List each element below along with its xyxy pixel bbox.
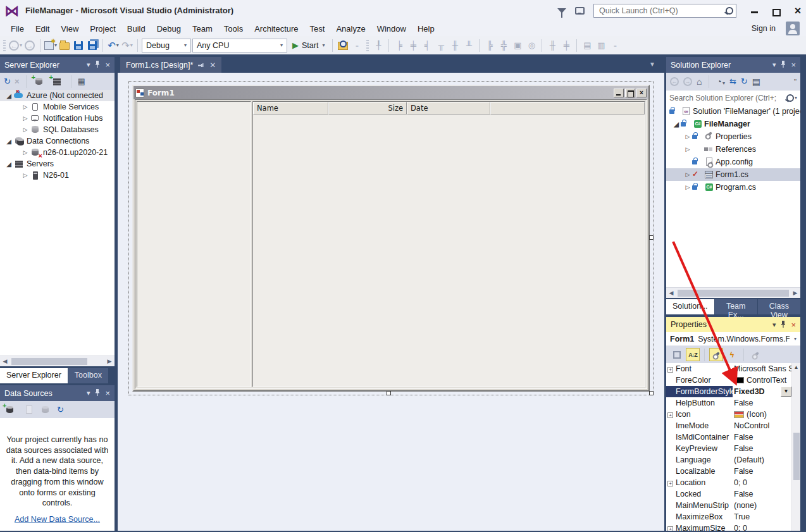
categorized-icon[interactable] (670, 348, 684, 361)
make-same-width-icon[interactable]: ╠ (483, 39, 496, 53)
pending-changes-filter-icon[interactable]: ◔▾ (716, 77, 724, 87)
quick-launch-input[interactable] (599, 6, 724, 15)
tab-class-view[interactable]: Class View (758, 299, 800, 314)
redo-icon[interactable]: ↷▾ (121, 39, 133, 53)
listview-control[interactable]: Name Size Date (252, 101, 645, 387)
menu-tools[interactable]: Tools (218, 22, 249, 35)
property-value[interactable]: NoControl (734, 421, 769, 430)
property-row-mainmenustrip[interactable]: MainMenuStrip (none) (666, 500, 791, 511)
property-row-helpbutton[interactable]: HelpButton False (666, 397, 791, 409)
tree-item-mobile-services[interactable]: ▷ Mobile Services (0, 101, 115, 113)
tab-toolbox[interactable]: Toolbox (68, 368, 108, 383)
menu-analyze[interactable]: Analyze (330, 22, 371, 35)
pin-icon[interactable] (95, 61, 100, 69)
menu-debug[interactable]: Debug (151, 22, 187, 35)
toolbar-grip[interactable] (3, 40, 6, 51)
tree-item-solution[interactable]: ∞ Solution 'FileManager' (1 project) (666, 105, 800, 118)
property-row-ismdicontainer[interactable]: IsMdiContainer False (666, 431, 791, 443)
close-tab-icon[interactable]: ✕ (209, 61, 216, 70)
sign-in-link[interactable]: Sign in (752, 24, 776, 33)
expander-icon[interactable]: + (666, 410, 674, 419)
property-value[interactable]: False (734, 444, 753, 453)
refresh-icon[interactable]: ↻ (741, 77, 748, 86)
toolbar-overflow-icon[interactable]: ₌ (350, 39, 363, 53)
menu-edit[interactable]: Edit (30, 22, 55, 35)
user-avatar[interactable] (786, 22, 800, 35)
window-position-dropdown-icon[interactable]: ▾ (772, 321, 776, 329)
property-value[interactable]: False (734, 399, 753, 407)
menu-project[interactable]: Project (84, 22, 121, 35)
property-row-maximumsize[interactable]: + MaximumSize 0; 0 (666, 523, 791, 531)
solution-search-input[interactable] (669, 94, 785, 102)
form-close-button[interactable]: × (636, 89, 647, 97)
property-row-localizable[interactable]: Localizable False (666, 466, 791, 477)
property-row-keypreview[interactable]: KeyPreview False (666, 443, 791, 454)
pin-icon[interactable] (95, 389, 100, 397)
collapse-icon[interactable]: ◢ (673, 121, 680, 128)
scroll-up-icon[interactable]: ▲ (792, 363, 800, 372)
solution-search-box[interactable]: ▾ (666, 90, 800, 105)
column-header-date[interactable]: Date (407, 102, 490, 114)
quick-launch-box[interactable] (593, 4, 736, 18)
property-value[interactable]: (Default) (734, 455, 764, 464)
listview-body[interactable] (253, 114, 645, 387)
solution-explorer-hscrollbar[interactable]: ◀ ▶ (666, 287, 800, 298)
close-icon[interactable]: × (791, 60, 796, 70)
add-new-data-source-icon[interactable] (5, 405, 15, 414)
tree-item-references[interactable]: ▷ References (666, 143, 800, 156)
solution-explorer-titlebar[interactable]: Solution Explorer ▾ × (666, 57, 800, 73)
redo-dropdown-icon[interactable]: ▾ (130, 42, 133, 48)
property-row-locked[interactable]: Locked False (666, 488, 791, 500)
scroll-right-icon[interactable]: ▶ (104, 358, 115, 364)
stop-refresh-icon[interactable]: × (15, 77, 20, 86)
server-explorer-titlebar[interactable]: Server Explorer ▾ × (0, 57, 115, 73)
navigate-back-icon[interactable]: ← (9, 40, 19, 51)
property-row-imemode[interactable]: ImeMode NoControl (666, 420, 791, 431)
tab-server-explorer[interactable]: Server Explorer (0, 368, 68, 383)
properties-view-icon[interactable] (709, 348, 723, 361)
align-rights-icon[interactable]: ╡ (421, 39, 433, 53)
undo-dropdown-icon[interactable]: ▾ (116, 42, 119, 48)
menu-help[interactable]: Help (412, 22, 440, 35)
expand-icon[interactable]: ▷ (22, 172, 29, 178)
bring-to-front-icon[interactable]: ▤ (581, 39, 593, 53)
layout-toolbar-grip[interactable] (366, 40, 369, 51)
expand-icon[interactable]: ▷ (22, 104, 29, 110)
back-icon[interactable]: ← (670, 77, 679, 86)
property-row-forecolor[interactable]: ForeColor ControlText (666, 374, 791, 386)
expand-icon[interactable]: ▷ (22, 127, 29, 133)
expander-icon[interactable]: + (666, 478, 674, 487)
collapse-icon[interactable]: ◢ (5, 138, 13, 145)
property-value[interactable]: False (734, 433, 753, 442)
events-icon[interactable]: ϟ (725, 348, 739, 361)
resize-handle-bottom[interactable] (387, 391, 391, 395)
make-same-height-icon[interactable]: ╬ (497, 39, 510, 53)
menu-team[interactable]: Team (187, 22, 218, 35)
open-file-icon[interactable] (59, 42, 70, 50)
tree-item-sql-databases[interactable]: ▷ SQL Databases (0, 124, 115, 135)
property-row-formborderstyle[interactable]: FormBorderStyle Fixed3D▼ (666, 386, 791, 397)
expand-icon[interactable]: ▷ (22, 115, 29, 121)
navigate-forward-icon[interactable]: → (25, 40, 35, 51)
solution-platform-combobox[interactable]: Any CPU ▾ (192, 39, 287, 53)
new-project-icon[interactable] (44, 41, 54, 50)
scroll-thumb[interactable] (678, 290, 789, 297)
close-icon[interactable]: × (105, 388, 110, 398)
close-icon[interactable]: × (105, 60, 110, 70)
property-row-location[interactable]: + Location 0; 0 (666, 477, 791, 488)
toolbar-overflow-icon[interactable]: '' (794, 78, 797, 85)
window-position-dropdown-icon[interactable]: ▾ (772, 61, 776, 69)
start-dropdown-icon[interactable]: ▾ (322, 42, 325, 48)
menu-test[interactable]: Test (304, 22, 331, 35)
tree-item-servers[interactable]: ◢ Servers (0, 158, 115, 170)
align-lefts-icon[interactable]: ╞ (393, 39, 406, 53)
tab-solution-explorer[interactable]: Solution... (666, 299, 714, 314)
connect-to-server-icon[interactable] (52, 77, 62, 86)
refresh-icon[interactable]: ↻ (4, 77, 11, 86)
tree-item-azure[interactable]: ◢ Azure (Not connected (0, 90, 115, 101)
tree-item-data-connections[interactable]: ◢ Data Connections (0, 135, 115, 147)
restore-button[interactable] (772, 6, 781, 15)
save-icon[interactable] (74, 41, 83, 50)
property-value[interactable]: Fixed3D (734, 387, 765, 396)
scroll-left-icon[interactable]: ◀ (0, 358, 10, 364)
